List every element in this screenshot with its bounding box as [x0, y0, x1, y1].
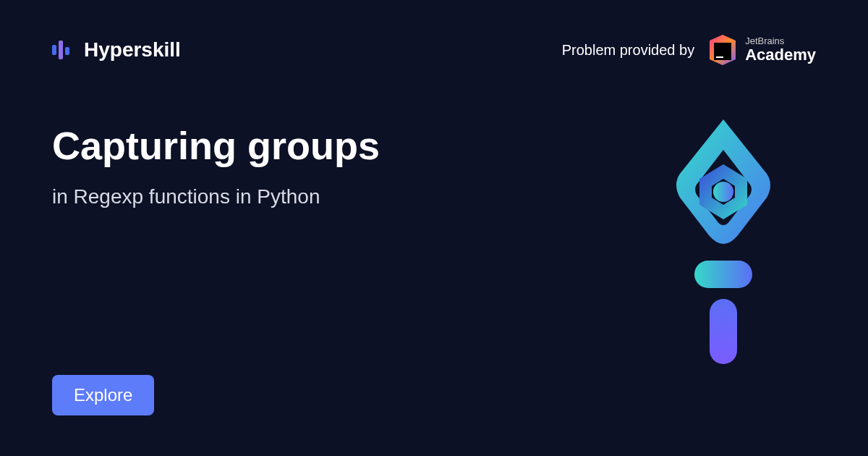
jetbrains-text-bottom: Academy — [745, 46, 816, 64]
hyperskill-logo: Hyperskill — [52, 38, 181, 62]
hyperskill-icon — [52, 38, 75, 62]
hyperskill-logo-text: Hyperskill — [84, 38, 181, 62]
provider-block: Problem provided by Je — [562, 35, 816, 65]
svg-rect-2 — [65, 47, 69, 55]
jetbrains-icon — [707, 35, 738, 65]
provider-label: Problem provided by — [562, 42, 694, 59]
svg-rect-0 — [52, 45, 56, 55]
pen-nib-icon — [662, 119, 785, 366]
jetbrains-text: JetBrains Academy — [745, 36, 816, 64]
svg-point-6 — [713, 182, 733, 202]
svg-rect-8 — [710, 299, 737, 364]
svg-rect-5 — [716, 56, 723, 58]
svg-rect-1 — [59, 41, 63, 59]
jetbrains-text-top: JetBrains — [745, 36, 816, 46]
header: Hyperskill Problem provided by — [0, 0, 868, 65]
explore-button[interactable]: Explore — [52, 375, 154, 415]
svg-rect-7 — [694, 261, 752, 288]
jetbrains-academy-logo: JetBrains Academy — [707, 35, 816, 65]
